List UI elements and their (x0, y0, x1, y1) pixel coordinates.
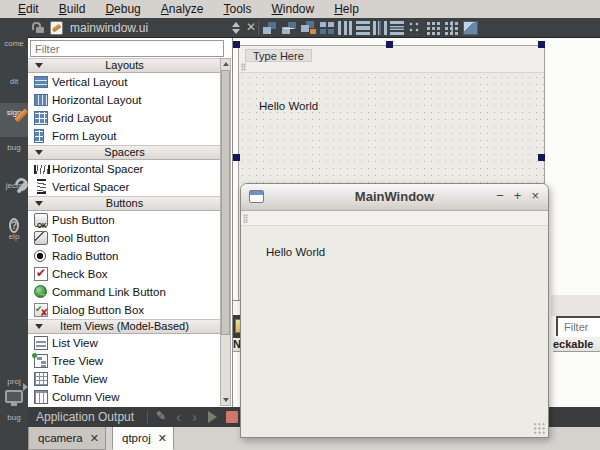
property-row-checkable[interactable]: eckable (553, 337, 600, 352)
widget-label: Vertical Spacer (52, 181, 129, 193)
document-tab[interactable]: mainwindow.ui (70, 21, 148, 35)
debug-label: bug (0, 143, 28, 152)
widget-label: Vertical Layout (52, 76, 127, 88)
widget-list-view[interactable]: List View (28, 334, 221, 352)
welcome-label: come (0, 39, 28, 48)
scrollbar-up-icon[interactable] (223, 62, 229, 66)
tab-close-icon[interactable]: ✕ (158, 432, 167, 445)
menu-window[interactable]: Window (262, 0, 325, 18)
menu-analyze[interactable]: Analyze (151, 0, 214, 18)
widget-vertical-layout[interactable]: Vertical Layout (28, 73, 221, 91)
selection-handle-top-center[interactable] (386, 41, 393, 48)
selection-handle-middle-right[interactable] (538, 154, 545, 161)
form-hello-world-label[interactable]: Hello World (259, 100, 318, 112)
sidebar-item-edit[interactable]: dit (0, 76, 28, 86)
menu-edit[interactable]: Edit (8, 0, 49, 18)
scrollbar-thumb[interactable] (221, 70, 230, 335)
menu-help[interactable]: Help (324, 0, 369, 18)
next-item-icon[interactable]: › (192, 408, 197, 425)
layout-vertical-splitter-icon[interactable] (390, 21, 404, 35)
widgetbox-category-layouts[interactable]: Layouts (28, 58, 221, 73)
widget-label: Check Box (52, 268, 108, 280)
preview-titlebar[interactable]: MainWindow − + × (241, 184, 548, 211)
widgetbox-category-item-views[interactable]: Item Views (Model-Based) (28, 319, 221, 334)
selection-handle-top-left[interactable] (233, 41, 240, 48)
menu-bar: Edit Build Debug Analyze Tools Window He… (0, 0, 600, 18)
widget-table-view[interactable]: Table View (28, 370, 221, 388)
edit-buddies-icon[interactable] (300, 21, 316, 35)
scrollbar-down-icon[interactable] (223, 398, 229, 402)
toolbar-separator (258, 21, 259, 35)
menu-build[interactable]: Build (49, 0, 96, 18)
document-dropdown-icon[interactable] (232, 22, 241, 34)
widget-label: Horizontal Layout (52, 94, 142, 106)
sidebar-item-help[interactable]: ? elp (0, 220, 28, 241)
layout-horizontal-splitter-icon[interactable] (373, 21, 387, 35)
widgetbox-filter-input[interactable] (30, 40, 224, 57)
sidebar-item-debug[interactable]: bug (0, 142, 28, 152)
collapse-arrow-icon (35, 150, 43, 155)
widget-radio-button[interactable]: Radio Button (28, 247, 221, 265)
layout-grid-icon[interactable] (426, 21, 441, 35)
document-toolbar: mainwindow.ui ✕ (28, 18, 600, 38)
widget-dialog-button-box[interactable]: Dialog Button Box (28, 301, 221, 319)
tab-qtproj[interactable]: qtproj ✕ (112, 427, 174, 450)
radio-button-icon (34, 250, 46, 262)
layout-form-icon[interactable] (408, 21, 420, 35)
widget-horizontal-spacer[interactable]: Horizontal Spacer (28, 160, 221, 178)
collapse-arrow-icon (35, 63, 43, 68)
preview-menu-bar (241, 211, 548, 226)
edit-tab-order-icon[interactable] (319, 21, 335, 35)
resize-grip-icon[interactable] (533, 422, 546, 435)
property-filter-input[interactable] (556, 316, 600, 336)
adjust-size-icon[interactable] (463, 21, 478, 35)
layout-vertically-icon[interactable] (356, 21, 370, 35)
horizontal-spacer-icon (34, 165, 50, 174)
output-pane-title[interactable]: Application Output (36, 410, 134, 424)
tab-close-icon[interactable]: ✕ (90, 432, 99, 445)
sidebar-item-welcome[interactable]: come (0, 38, 28, 48)
edit-widgets-icon[interactable] (262, 21, 278, 35)
widget-tool-button[interactable]: Tool Button (28, 229, 221, 247)
widgetbox-category-buttons[interactable]: Buttons (28, 196, 221, 211)
widget-label: Column View (52, 391, 120, 403)
collapse-arrow-icon (35, 201, 43, 206)
break-layout-icon[interactable] (444, 21, 459, 35)
widget-vertical-spacer[interactable]: Vertical Spacer (28, 178, 221, 196)
widget-horizontal-layout[interactable]: Horizontal Layout (28, 91, 221, 109)
widget-column-view[interactable]: Column View (28, 388, 221, 406)
widget-form-layout[interactable]: Form Layout (28, 127, 221, 145)
widgetbox-scrollbar[interactable] (220, 58, 231, 406)
sidebar-item-design[interactable]: sign (0, 107, 28, 117)
form-layout-icon (34, 129, 44, 143)
menu-type-here-placeholder[interactable]: Type Here (245, 49, 312, 62)
check-box-icon (34, 267, 48, 281)
sidebar-item-projects[interactable]: jects (0, 180, 28, 190)
selection-handle-middle-left[interactable] (233, 154, 240, 161)
layout-horizontally-icon[interactable] (338, 21, 352, 35)
edit-signals-slots-icon[interactable] (281, 21, 297, 35)
maximize-button[interactable]: + (514, 188, 522, 203)
kit-selector[interactable]: proj bug (0, 376, 28, 422)
document-close-button[interactable]: ✕ (246, 20, 256, 34)
widget-tree-view[interactable]: Tree View (28, 352, 221, 370)
clear-output-icon[interactable]: ✎ (156, 409, 166, 423)
widget-grid-layout[interactable]: Grid Layout (28, 109, 221, 127)
widget-command-link-button[interactable]: Command Link Button (28, 283, 221, 301)
menu-tools[interactable]: Tools (213, 0, 261, 18)
command-link-button-icon (34, 285, 47, 298)
tab-qcamera[interactable]: qcamera ✕ (28, 427, 106, 450)
edit-label: dit (0, 77, 28, 86)
widget-check-box[interactable]: Check Box (28, 265, 221, 283)
widget-push-button[interactable]: Push Button (28, 211, 221, 229)
prev-item-icon[interactable]: ‹ (176, 408, 181, 425)
widget-label: Tool Button (52, 232, 110, 244)
widgetbox-category-spacers[interactable]: Spacers (28, 145, 221, 160)
run-icon[interactable] (208, 411, 217, 423)
menu-debug[interactable]: Debug (95, 0, 150, 18)
minimize-button[interactable]: − (496, 188, 504, 203)
close-button[interactable]: × (531, 188, 539, 203)
selection-handle-top-right[interactable] (538, 41, 545, 48)
stop-icon[interactable] (226, 411, 238, 423)
preview-window[interactable]: MainWindow − + × Hello World (240, 183, 549, 438)
